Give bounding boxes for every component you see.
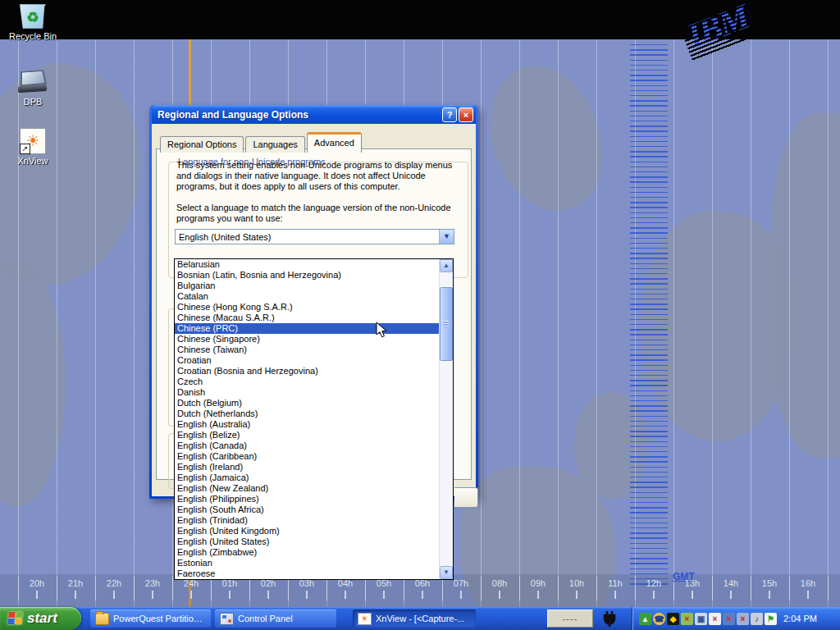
language-option[interactable]: Chinese (Taiwan): [175, 345, 439, 355]
language-option[interactable]: Estonian: [175, 558, 439, 568]
laptop-icon: [16, 67, 49, 95]
desk-band[interactable]: ----: [547, 609, 593, 628]
language-option[interactable]: English (Trinidad): [175, 515, 439, 526]
hour-label: 12h: [636, 578, 672, 588]
start-label: start: [27, 610, 57, 627]
desktop-icon-recycle-bin[interactable]: ♻ Recycle Bin: [3, 3, 62, 41]
language-option[interactable]: English (South Africa): [175, 504, 439, 515]
language-option[interactable]: Chinese (Hong Kong S.A.R.): [175, 302, 439, 313]
xnview-icon: ☀: [358, 613, 372, 625]
language-option[interactable]: Croatian: [175, 355, 439, 366]
close-button[interactable]: ×: [459, 107, 473, 122]
language-option[interactable]: Croatian (Bosnia and Herzegovina): [175, 366, 439, 377]
hour-label: 15h: [751, 578, 788, 588]
language-option[interactable]: English (Jamaica): [175, 472, 439, 483]
scroll-down-icon[interactable]: ▼: [440, 566, 453, 579]
language-option[interactable]: English (Caribbean): [175, 451, 439, 462]
hour-label: 23h: [135, 578, 171, 588]
language-option[interactable]: English (Australia): [175, 419, 439, 430]
hour-tick: [152, 591, 153, 599]
icon-label: Recycle Bin: [3, 31, 62, 41]
hour-tick: [190, 591, 192, 599]
dialog-titlebar[interactable]: Regional and Language Options ? ×: [152, 105, 476, 124]
phone-icon[interactable]: ☎: [653, 613, 665, 625]
start-button[interactable]: start: [0, 607, 81, 630]
scrollbar[interactable]: ▲ ▼: [439, 259, 453, 579]
language-option[interactable]: English (Belize): [175, 430, 439, 441]
desktop-icon-xnview[interactable]: ☀↗ XnView: [3, 128, 62, 166]
language-option[interactable]: Bosnian (Latin, Bosnia and Herzegovina): [175, 270, 439, 281]
power-plug-icon: [601, 609, 619, 628]
language-option[interactable]: English (Ireland): [175, 462, 439, 472]
taskbar-task-powerquest[interactable]: PowerQuest Partition...: [90, 609, 211, 628]
language-option[interactable]: Catalan: [175, 291, 439, 302]
language-option[interactable]: English (New Zealand): [175, 483, 439, 494]
network-icon[interactable]: ▣: [695, 613, 707, 625]
language-option[interactable]: English (Canada): [175, 441, 439, 451]
system-tray: ▲☎◆×▣×××♪⚑ 2:04 PM: [632, 607, 840, 630]
language-option[interactable]: Dutch (Belgium): [175, 398, 439, 409]
icon-label: DPB: [3, 97, 62, 107]
removable-device-icon[interactable]: ▲: [639, 613, 651, 625]
task-label: Control Panel: [238, 614, 293, 623]
hour-tick: [113, 591, 115, 599]
chevron-down-icon[interactable]: ▼: [439, 230, 454, 244]
hour-tick: [306, 591, 308, 599]
mail-alert-icon[interactable]: ◆: [667, 613, 679, 625]
hour-label: 20h: [19, 578, 55, 588]
hour-tick: [499, 591, 500, 599]
language-combobox[interactable]: English (United States) ▼: [175, 229, 454, 244]
status-error-icon[interactable]: ×: [681, 613, 693, 625]
language-option[interactable]: Chinese (Macau S.A.R.): [175, 313, 439, 323]
hour-tick: [422, 591, 423, 599]
signal-error-icon[interactable]: ×: [709, 613, 721, 625]
hour-tick: [383, 591, 385, 599]
language-option[interactable]: Belarusian: [175, 259, 439, 270]
hour-tick: [267, 591, 269, 599]
taskbar-clock[interactable]: 2:04 PM: [783, 614, 817, 623]
tab-languages[interactable]: Languages: [245, 136, 304, 153]
hour-tick: [345, 591, 346, 599]
language-option[interactable]: Chinese (PRC): [175, 323, 439, 334]
apply-button-fragment[interactable]: [454, 487, 478, 508]
language-option[interactable]: English (Zimbabwe): [175, 547, 439, 558]
taskbar-task-xnview[interactable]: ☀ XnView - [<Capture-...: [353, 609, 476, 628]
flag-icon[interactable]: ⚑: [765, 613, 777, 625]
tab-advanced[interactable]: Advanced: [307, 132, 362, 153]
hour-tick: [460, 591, 462, 599]
language-option[interactable]: English (Philippines): [175, 494, 439, 504]
language-option[interactable]: Dutch (Netherlands): [175, 409, 439, 419]
hour-tick: [229, 591, 231, 599]
language-option[interactable]: English (United States): [175, 536, 439, 547]
hour-label: 13h: [674, 578, 710, 588]
connection-error-icon[interactable]: ×: [723, 613, 735, 625]
hour-tick: [576, 591, 578, 599]
hour-label: 10h: [559, 578, 595, 588]
help-button[interactable]: ?: [442, 107, 457, 122]
recycle-bin-icon: ♻: [19, 3, 47, 30]
scrollbar-thumb[interactable]: [440, 287, 453, 361]
desktop: GMT 20h21h22h23h24h01h02h03h04h05h06h07h…: [0, 0, 840, 630]
language-option[interactable]: Czech: [175, 377, 439, 387]
language-option[interactable]: Bulgarian: [175, 281, 439, 291]
groupbox-description: This system setting enables non-Unicode …: [176, 160, 459, 192]
display-error-icon[interactable]: ×: [737, 613, 749, 625]
scroll-up-icon[interactable]: ▲: [440, 259, 453, 272]
control-panel-icon: [220, 613, 234, 625]
desktop-icon-dpb[interactable]: DPB: [3, 67, 62, 107]
tab-regional-options[interactable]: Regional Options: [160, 136, 244, 153]
language-option[interactable]: Faeroese: [175, 568, 439, 579]
hour-tick: [614, 591, 616, 599]
language-option[interactable]: English (United Kingdom): [175, 526, 439, 536]
hour-tick: [36, 591, 38, 599]
mouse-cursor: [376, 322, 389, 342]
hour-tick: [692, 591, 693, 599]
windows-flag-icon: [7, 612, 24, 625]
hour-label: 09h: [520, 578, 556, 588]
language-option[interactable]: Chinese (Singapore): [175, 334, 439, 345]
volume-icon[interactable]: ♪: [751, 613, 763, 625]
hour-tick: [807, 591, 809, 599]
dialog-title: Regional and Language Options: [158, 109, 441, 121]
taskbar-task-control-panel[interactable]: Control Panel: [215, 609, 336, 628]
language-option[interactable]: Danish: [175, 387, 439, 398]
